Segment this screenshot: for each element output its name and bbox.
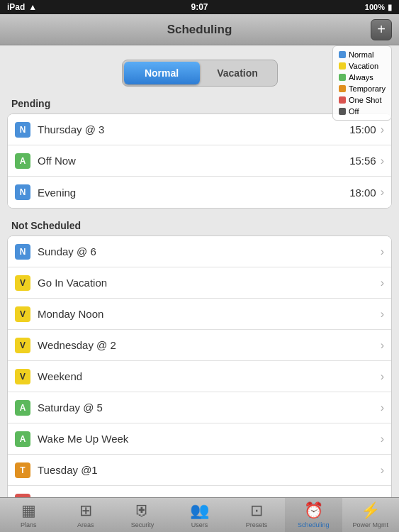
- row-label-tuesday: Tuesday @1: [38, 464, 381, 476]
- badge-A-offnow: A: [15, 153, 30, 169]
- users-icon: 👥: [190, 501, 209, 520]
- badge-T-tuesday: T: [15, 462, 30, 478]
- legend-label-A: Always: [349, 72, 373, 83]
- table-row[interactable]: V Weekend ›: [8, 361, 391, 392]
- row-label-thursday: Thursday @ 3: [38, 123, 349, 135]
- add-button[interactable]: +: [371, 19, 392, 40]
- tab-bar: ▦ Plans ⊞ Areas ⛨ Security 👥 Users ⊡ Pre…: [0, 497, 399, 532]
- battery-icon: ▮: [388, 3, 392, 12]
- legend-dot-1: [339, 96, 346, 104]
- badge-A-saturday: A: [15, 400, 30, 416]
- areas-icon: ⊞: [79, 501, 92, 520]
- row-label-mondaynoon: Monday Noon: [38, 308, 381, 320]
- row-label-govacation: Go In Vacation: [38, 277, 381, 289]
- status-bar-right: 100% ▮: [365, 3, 392, 12]
- presets-icon: ⊡: [250, 501, 263, 520]
- legend-dot-V: [339, 62, 346, 70]
- row-label-offnow: Off Now: [38, 155, 349, 167]
- scheduling-icon: ⏰: [304, 501, 323, 520]
- security-icon: ⛨: [135, 501, 150, 520]
- chevron-icon: ›: [381, 433, 384, 445]
- status-bar: iPad ▲ 9:07 100% ▮: [0, 0, 399, 14]
- badge-N-sunday: N: [15, 244, 30, 260]
- legend-label-T: Temporary: [349, 83, 386, 94]
- row-time-thursday: 15:00: [349, 123, 376, 135]
- nav-title: Scheduling: [167, 23, 232, 37]
- table-row[interactable]: T Tuesday @1 ›: [8, 455, 391, 486]
- legend-dot-T: [339, 85, 346, 92]
- legend-label-V: Vacation: [349, 60, 378, 72]
- badge-V-mondaynoon: V: [15, 306, 30, 322]
- plans-icon: ▦: [21, 501, 36, 520]
- row-label-weekend: Weekend: [38, 370, 381, 382]
- table-row[interactable]: A Wake Me Up Week ›: [8, 423, 391, 455]
- table-pending: N Thursday @ 3 15:00 › A Off Now 15:56 ›…: [7, 113, 392, 209]
- tab-power-mgmt[interactable]: ⚡ Power Mgmt: [342, 498, 399, 532]
- chevron-icon: ›: [381, 401, 384, 414]
- seg-normal[interactable]: Normal: [124, 62, 200, 84]
- legend-item-N: Normal: [339, 49, 386, 60]
- row-label-wednesday: Wednesday @ 2: [38, 339, 381, 351]
- seg-vacation[interactable]: Vacation: [200, 62, 276, 84]
- power-mgmt-icon: ⚡: [361, 501, 380, 520]
- table-row[interactable]: 1 Friday @ 4 ›: [8, 486, 391, 497]
- chevron-icon: ›: [381, 245, 384, 258]
- wifi-icon: ▲: [28, 2, 37, 12]
- badge-V-wednesday: V: [15, 338, 30, 353]
- tab-areas-label: Areas: [77, 521, 94, 528]
- seg-wrapper: Normal Vacation: [122, 60, 278, 87]
- badge-A-wakemeup: A: [15, 431, 30, 447]
- legend-item-1: One Shot: [339, 94, 386, 106]
- tab-plans-label: Plans: [21, 521, 37, 528]
- badge-V-weekend: V: [15, 369, 30, 384]
- badge-N-evening: N: [15, 184, 30, 200]
- section-header-not-scheduled: Not Scheduled: [7, 217, 392, 234]
- tab-users[interactable]: 👥 Users: [171, 498, 227, 532]
- legend-item-A: Always: [339, 72, 386, 83]
- chevron-icon: ›: [381, 339, 384, 352]
- tab-presets[interactable]: ⊡ Presets: [228, 498, 285, 532]
- tab-security[interactable]: ⛨ Security: [114, 498, 171, 532]
- battery-label: 100%: [365, 3, 385, 11]
- table-row[interactable]: A Off Now 15:56 ›: [8, 145, 391, 177]
- row-label-sunday: Sunday @ 6: [38, 245, 381, 257]
- table-row[interactable]: A Saturday @ 5 ›: [8, 392, 391, 423]
- legend-label-O: Off: [349, 106, 359, 117]
- table-row[interactable]: N Evening 18:00 ›: [8, 177, 391, 208]
- table-row[interactable]: V Monday Noon ›: [8, 299, 391, 330]
- chevron-icon: ›: [381, 155, 384, 167]
- tab-plans[interactable]: ▦ Plans: [0, 498, 57, 532]
- legend-dot-O: [339, 108, 346, 115]
- row-label-wakemeup: Wake Me Up Week: [38, 433, 381, 445]
- carrier-label: iPad: [7, 2, 25, 12]
- badge-N-thursday: N: [15, 122, 30, 138]
- tab-security-label: Security: [131, 521, 154, 528]
- tab-scheduling-label: Scheduling: [298, 521, 330, 528]
- status-bar-left: iPad ▲: [7, 2, 37, 12]
- nav-bar: Scheduling +: [0, 14, 399, 45]
- chevron-icon: ›: [381, 277, 384, 289]
- table-row[interactable]: V Go In Vacation ›: [8, 267, 391, 299]
- chevron-icon: ›: [381, 186, 384, 199]
- chevron-icon: ›: [381, 308, 384, 321]
- tab-power-mgmt-label: Power Mgmt: [352, 521, 388, 528]
- legend-label-N: Normal: [349, 49, 373, 60]
- chevron-icon: ›: [381, 464, 384, 477]
- legend: Normal Vacation Always Temporary One Sho…: [332, 45, 392, 121]
- chevron-icon: ›: [381, 123, 384, 136]
- row-time-offnow: 15:56: [349, 155, 376, 167]
- badge-V-govacation: V: [15, 275, 30, 291]
- legend-dot-A: [339, 74, 346, 81]
- tab-areas[interactable]: ⊞ Areas: [57, 498, 113, 532]
- legend-item-T: Temporary: [339, 83, 386, 94]
- table-row[interactable]: N Sunday @ 6 ›: [8, 236, 391, 267]
- chevron-icon: ›: [381, 370, 384, 383]
- legend-dot-N: [339, 51, 346, 58]
- tab-users-label: Users: [191, 521, 208, 528]
- table-row[interactable]: V Wednesday @ 2 ›: [8, 330, 391, 361]
- row-label-saturday: Saturday @ 5: [38, 401, 381, 414]
- tab-scheduling[interactable]: ⏰ Scheduling: [285, 498, 342, 532]
- status-bar-time: 9:07: [191, 2, 208, 12]
- legend-item-O: Off: [339, 106, 386, 117]
- legend-label-1: One Shot: [349, 94, 381, 106]
